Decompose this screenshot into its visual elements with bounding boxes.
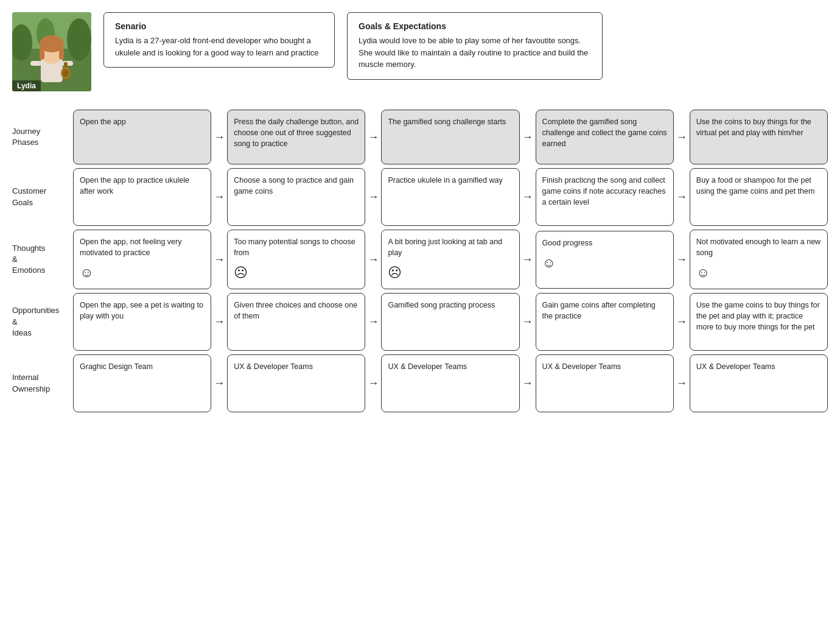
row-label-3: Opportunities & Ideas: [12, 293, 73, 351]
arrow-4-3: →: [520, 377, 536, 390]
row-label-2: Thoughts & Emotions: [12, 230, 73, 289]
cell-2-2: A bit boring just looking at tab and pla…: [381, 230, 519, 289]
cell-1-0: Open the app to practice ukulele after w…: [73, 168, 211, 226]
cell-text-2-2: A bit boring just looking at tab and pla…: [388, 236, 513, 258]
cell-text-1-2: Practice ukulele in a gamified way: [388, 175, 502, 186]
cell-4-3: UX & Developer Teams: [536, 354, 674, 412]
cell-text-2-1: Too many potential songs to choose from: [234, 236, 359, 258]
cell-text-3-4: Use the game coins to buy things for the…: [696, 300, 821, 333]
arrow-4-4: →: [674, 377, 690, 390]
persona-name-label: Lydia: [12, 80, 41, 91]
arrow-4-1: →: [211, 377, 227, 390]
row-1: Customer GoalsOpen the app to practice u…: [12, 168, 828, 226]
cell-text-2-0: Open the app, not feeling very motivated…: [80, 236, 205, 258]
cell-text-1-3: Finish practicng the song and collect ga…: [542, 175, 667, 208]
emoji-2-3: ☺: [542, 253, 556, 273]
cell-text-0-1: Press the daily challenge button, and ch…: [234, 116, 359, 149]
cell-4-2: UX & Developer Teams: [381, 354, 519, 412]
cell-text-4-3: UX & Developer Teams: [542, 361, 621, 372]
cell-text-3-3: Gain game coins after completing the pra…: [542, 300, 667, 322]
cell-4-1: UX & Developer Teams: [227, 354, 365, 412]
goals-title: Goals & Expectations: [359, 21, 591, 31]
svg-point-3: [67, 18, 91, 61]
cell-0-3: Complete the gamified song challenge and…: [536, 110, 674, 164]
row-3: Opportunities & IdeasOpen the app, see a…: [12, 293, 828, 351]
arrow-2-1: →: [211, 253, 227, 266]
cell-text-2-4: Not motivated enough to learn a new song: [696, 236, 821, 258]
cell-1-3: Finish practicng the song and collect ga…: [536, 168, 674, 226]
row-4: Internal OwnershipGraghic Design Team→UX…: [12, 354, 828, 412]
arrow-3-4: →: [674, 315, 690, 328]
top-section: Lydia Senario Lydia is a 27-year-old fro…: [12, 12, 828, 91]
cell-text-2-3: Good progress: [542, 238, 593, 248]
svg-point-14: [63, 69, 69, 77]
cell-0-2: The gamified song challenge starts: [381, 110, 519, 164]
arrow-1-1: →: [211, 191, 227, 203]
svg-rect-8: [40, 48, 44, 60]
cell-2-4: Not motivated enough to learn a new song…: [690, 230, 828, 289]
cell-2-0: Open the app, not feeling very motivated…: [73, 230, 211, 289]
cell-4-0: Graghic Design Team: [73, 354, 211, 412]
cell-text-4-2: UX & Developer Teams: [388, 361, 467, 372]
scenario-box: Senario Lydia is a 27-year-old front-end…: [103, 12, 335, 68]
emoji-2-2: ☹: [388, 263, 402, 283]
cell-text-3-0: Open the app, see a pet is waiting to pl…: [80, 300, 205, 322]
cell-1-4: Buy a food or shampoo for the pet using …: [690, 168, 828, 226]
scenario-text: Lydia is a 27-year-old front-end develop…: [115, 35, 323, 58]
cell-text-1-4: Buy a food or shampoo for the pet using …: [696, 175, 821, 197]
emoji-2-0: ☺: [80, 263, 93, 283]
arrow-2-4: →: [674, 253, 690, 266]
cell-text-3-2: Gamified song practing process: [388, 300, 495, 311]
svg-rect-10: [30, 61, 41, 66]
arrow-4-2: →: [365, 377, 381, 390]
row-2: Thoughts & EmotionsOpen the app, not fee…: [12, 230, 828, 289]
goals-text: Lydia would love to be able to play some…: [359, 35, 591, 71]
cell-0-4: Use the coins to buy things for the virt…: [690, 110, 828, 164]
emoji-2-1: ☹: [234, 263, 248, 283]
arrow-1-3: →: [520, 191, 536, 203]
cell-2-1: Too many potential songs to choose from☹: [227, 230, 365, 289]
arrow-3-2: →: [365, 315, 381, 328]
arrow-0-3: →: [520, 131, 536, 144]
arrow-0-1: →: [211, 131, 227, 144]
goals-box: Goals & Expectations Lydia would love to…: [347, 12, 603, 80]
cell-3-4: Use the game coins to buy things for the…: [690, 293, 828, 351]
arrow-0-4: →: [674, 131, 690, 144]
scenario-title: Senario: [115, 21, 323, 31]
cell-text-4-4: UX & Developer Teams: [696, 361, 775, 372]
arrow-1-4: →: [674, 191, 690, 203]
cell-text-4-1: UX & Developer Teams: [234, 361, 313, 372]
arrow-3-3: →: [520, 315, 536, 328]
cell-text-4-0: Graghic Design Team: [80, 361, 153, 372]
persona-image: Lydia: [12, 12, 91, 91]
cell-text-0-2: The gamified song challenge starts: [388, 116, 506, 127]
cell-3-1: Given three choices and choose one of th…: [227, 293, 365, 351]
row-0: Journey PhasesOpen the app→Press the dai…: [12, 110, 828, 164]
cell-0-0: Open the app: [73, 110, 211, 164]
cell-text-1-0: Open the app to practice ukulele after w…: [80, 175, 205, 197]
row-label-1: Customer Goals: [12, 168, 73, 226]
row-label-4: Internal Ownership: [12, 354, 73, 412]
journey-map: Journey PhasesOpen the app→Press the dai…: [12, 110, 828, 412]
arrow-2-3: →: [520, 253, 536, 266]
arrow-0-2: →: [365, 131, 381, 144]
emoji-2-4: ☺: [696, 263, 710, 283]
cell-1-2: Practice ukulele in a gamified way: [381, 168, 519, 226]
arrow-2-2: →: [365, 253, 381, 266]
cell-1-1: Choose a song to practice and gain game …: [227, 168, 365, 226]
arrow-3-1: →: [211, 315, 227, 328]
arrow-1-2: →: [365, 191, 381, 203]
cell-text-1-1: Choose a song to practice and gain game …: [234, 175, 359, 197]
cell-text-0-3: Complete the gamified song challenge and…: [542, 116, 667, 149]
cell-0-1: Press the daily challenge button, and ch…: [227, 110, 365, 164]
cell-text-0-0: Open the app: [80, 116, 126, 127]
cell-3-0: Open the app, see a pet is waiting to pl…: [73, 293, 211, 351]
cell-text-3-1: Given three choices and choose one of th…: [234, 300, 359, 322]
cell-text-0-4: Use the coins to buy things for the virt…: [696, 116, 821, 138]
row-label-0: Journey Phases: [12, 110, 73, 164]
cell-2-3: Good progress☺: [536, 231, 674, 289]
cell-3-2: Gamified song practing process: [381, 293, 519, 351]
svg-rect-9: [59, 48, 64, 60]
cell-4-4: UX & Developer Teams: [690, 354, 828, 412]
cell-3-3: Gain game coins after completing the pra…: [536, 293, 674, 351]
